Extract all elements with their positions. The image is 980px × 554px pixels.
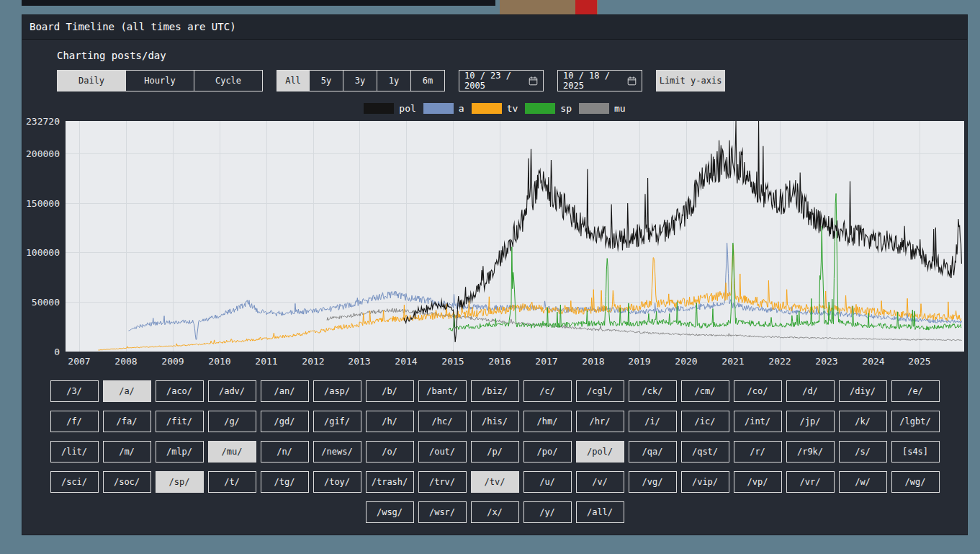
board-button-s4s[interactable]: [s4s] (891, 441, 940, 463)
x-axis-tick-label: 2010 (205, 356, 234, 367)
chart-heading: Charting posts/day (57, 50, 967, 61)
board-button-pol[interactable]: /pol/ (576, 441, 624, 463)
board-button-f[interactable]: /f/ (50, 411, 99, 432)
x-axis-tick-label: 2015 (439, 356, 467, 367)
board-button-gif[interactable]: /gif/ (313, 411, 361, 432)
board-button-sp[interactable]: /sp/ (156, 471, 204, 493)
board-button-y[interactable]: /y/ (523, 501, 572, 523)
board-button-asp[interactable]: /asp/ (313, 380, 361, 402)
board-button-wsr[interactable]: /wsr/ (418, 501, 467, 523)
board-button-r9k[interactable]: /r9k/ (786, 441, 835, 463)
start-date-input[interactable]: 10 / 23 / 2005 (459, 70, 544, 91)
limit-y-axis-button[interactable]: Limit y-axis (656, 70, 725, 91)
end-date-input[interactable]: 10 / 18 / 2025 (557, 70, 642, 91)
mode-button-group: DailyHourlyCycle (57, 70, 263, 91)
board-button-x[interactable]: /x/ (471, 501, 519, 523)
calendar-icon[interactable] (529, 76, 538, 86)
legend-item-sp: sp (525, 103, 572, 114)
board-button-trv[interactable]: /trv/ (418, 471, 467, 493)
board-button-h[interactable]: /h/ (366, 411, 414, 432)
board-button-aco[interactable]: /aco/ (156, 380, 204, 402)
board-button-fa[interactable]: /fa/ (103, 411, 151, 432)
legend-label: sp (560, 103, 572, 114)
window-title: Board Timeline (all times are UTC) (22, 15, 967, 40)
board-button-b[interactable]: /b/ (366, 380, 414, 402)
mode-button-cycle[interactable]: Cycle (194, 70, 263, 91)
board-button-hc[interactable]: /hc/ (418, 411, 467, 432)
range-button-1y[interactable]: 1y (377, 70, 411, 91)
board-button-lit[interactable]: /lit/ (50, 441, 99, 463)
board-button-gd[interactable]: /gd/ (261, 411, 309, 432)
board-button-v[interactable]: /v/ (576, 471, 624, 493)
board-button-mlp[interactable]: /mlp/ (156, 441, 204, 463)
board-button-n[interactable]: /n/ (261, 441, 309, 463)
board-button-diy[interactable]: /diy/ (839, 380, 887, 402)
board-button-fit[interactable]: /fit/ (156, 411, 204, 432)
board-button-news[interactable]: /news/ (313, 441, 361, 463)
board-button-w[interactable]: /w/ (839, 471, 887, 493)
board-button-hr[interactable]: /hr/ (576, 411, 624, 432)
board-button-a[interactable]: /a/ (103, 380, 151, 402)
board-button-g[interactable]: /g/ (208, 411, 256, 432)
board-button-d[interactable]: /d/ (786, 380, 835, 402)
board-button-u[interactable]: /u/ (523, 471, 572, 493)
board-button-mu[interactable]: /mu/ (208, 441, 256, 463)
board-button-int[interactable]: /int/ (734, 411, 782, 432)
board-button-o[interactable]: /o/ (366, 441, 414, 463)
range-button-6m[interactable]: 6m (410, 70, 445, 91)
board-button-c[interactable]: /c/ (523, 380, 572, 402)
board-button-i[interactable]: /i/ (629, 411, 677, 432)
board-row: /f//fa//fit//g//gd//gif//h//hc//his//hm/… (22, 411, 967, 432)
calendar-icon[interactable] (627, 76, 637, 86)
range-button-5y[interactable]: 5y (309, 70, 343, 91)
y-axis-tick-label: 0 (22, 347, 60, 357)
legend-item-a: a (423, 103, 464, 114)
mode-button-hourly[interactable]: Hourly (125, 70, 194, 91)
board-button-adv[interactable]: /adv/ (208, 380, 256, 402)
board-button-tv[interactable]: /tv/ (471, 471, 519, 493)
board-button-toy[interactable]: /toy/ (313, 471, 361, 493)
board-button-cm[interactable]: /cm/ (681, 380, 729, 402)
board-button-hm[interactable]: /hm/ (523, 411, 572, 432)
board-button-cgl[interactable]: /cgl/ (576, 380, 624, 402)
board-button-p[interactable]: /p/ (471, 441, 519, 463)
board-button-r[interactable]: /r/ (734, 441, 782, 463)
board-button-vp[interactable]: /vp/ (734, 471, 782, 493)
board-button-qa[interactable]: /qa/ (629, 441, 677, 463)
board-button-out[interactable]: /out/ (418, 441, 467, 463)
board-button-po[interactable]: /po/ (523, 441, 572, 463)
board-button-t[interactable]: /t/ (208, 471, 256, 493)
board-button-his[interactable]: /his/ (471, 411, 519, 432)
board-button-vr[interactable]: /vr/ (786, 471, 835, 493)
board-button-sci[interactable]: /sci/ (50, 471, 99, 493)
board-button-vg[interactable]: /vg/ (629, 471, 677, 493)
mode-button-daily[interactable]: Daily (57, 70, 126, 91)
board-button-biz[interactable]: /biz/ (471, 380, 519, 402)
board-button-e[interactable]: /e/ (891, 380, 940, 402)
board-button-jp[interactable]: /jp/ (786, 411, 835, 432)
board-button-all[interactable]: /all/ (576, 501, 624, 523)
board-button-co[interactable]: /co/ (734, 380, 782, 402)
board-button-3[interactable]: /3/ (50, 380, 99, 402)
board-button-wg[interactable]: /wg/ (891, 471, 940, 493)
board-button-soc[interactable]: /soc/ (103, 471, 151, 493)
board-button-bant[interactable]: /bant/ (418, 380, 467, 402)
range-button-all[interactable]: All (277, 70, 310, 91)
board-button-tg[interactable]: /tg/ (261, 471, 309, 493)
board-button-an[interactable]: /an/ (261, 380, 309, 402)
board-button-s[interactable]: /s/ (839, 441, 887, 463)
board-button-ic[interactable]: /ic/ (681, 411, 729, 432)
range-button-3y[interactable]: 3y (343, 70, 377, 91)
board-button-m[interactable]: /m/ (103, 441, 151, 463)
legend-swatch-mu (579, 103, 609, 114)
board-button-k[interactable]: /k/ (839, 411, 887, 432)
chart-controls: DailyHourlyCycle All5y3y1y6m 10 / 23 / 2… (57, 70, 967, 91)
start-date-value: 10 / 23 / 2005 (464, 71, 529, 91)
board-button-trash[interactable]: /trash/ (366, 471, 414, 493)
board-button-qst[interactable]: /qst/ (681, 441, 729, 463)
legend-label: mu (614, 103, 626, 114)
board-button-lgbt[interactable]: /lgbt/ (891, 411, 940, 432)
board-button-vip[interactable]: /vip/ (681, 471, 729, 493)
board-button-wsg[interactable]: /wsg/ (366, 501, 414, 523)
board-button-ck[interactable]: /ck/ (629, 380, 677, 402)
